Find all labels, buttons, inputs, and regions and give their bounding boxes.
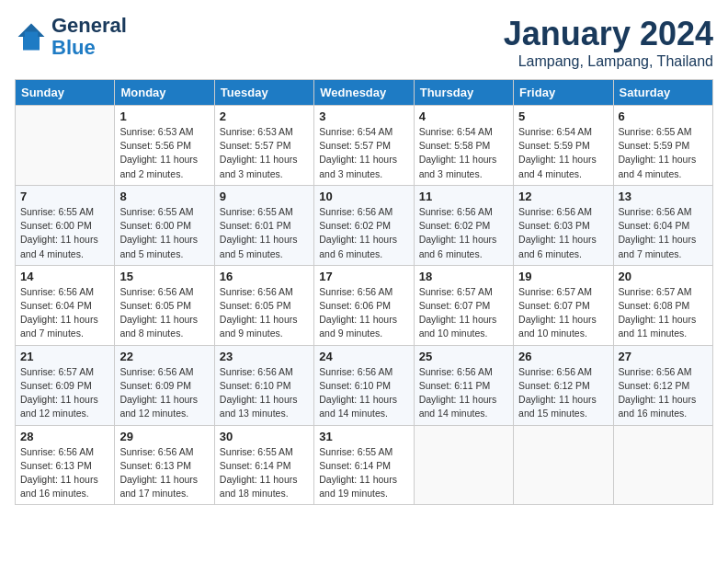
calendar-cell: 25Sunrise: 6:56 AMSunset: 6:11 PMDayligh… xyxy=(414,345,513,425)
calendar-cell xyxy=(16,106,115,186)
day-number: 31 xyxy=(319,430,408,443)
day-info: Sunrise: 6:56 AMSunset: 6:12 PMDaylight:… xyxy=(518,365,608,421)
day-number: 28 xyxy=(20,430,109,443)
day-number: 7 xyxy=(20,190,109,203)
calendar-cell: 14Sunrise: 6:56 AMSunset: 6:04 PMDayligh… xyxy=(16,265,115,345)
day-info: Sunrise: 6:56 AMSunset: 6:04 PMDaylight:… xyxy=(619,205,708,261)
day-info: Sunrise: 6:56 AMSunset: 6:10 PMDaylight:… xyxy=(319,365,408,421)
calendar-cell: 11Sunrise: 6:56 AMSunset: 6:02 PMDayligh… xyxy=(414,185,513,265)
calendar-table: SundayMondayTuesdayWednesdayThursdayFrid… xyxy=(15,79,713,505)
day-number: 21 xyxy=(20,350,109,363)
title-block: January 2024 Lampang, Lampang, Thailand xyxy=(504,15,713,70)
calendar-cell: 20Sunrise: 6:57 AMSunset: 6:08 PMDayligh… xyxy=(613,265,712,345)
calendar-cell xyxy=(514,425,613,505)
weekday-header-monday: Monday xyxy=(115,80,214,106)
day-number: 22 xyxy=(119,350,209,363)
day-info: Sunrise: 6:54 AMSunset: 5:58 PMDaylight:… xyxy=(419,125,508,181)
calendar-cell: 16Sunrise: 6:56 AMSunset: 6:05 PMDayligh… xyxy=(214,265,313,345)
day-number: 14 xyxy=(20,270,109,283)
calendar-cell: 27Sunrise: 6:56 AMSunset: 6:12 PMDayligh… xyxy=(613,345,712,425)
calendar-week-row: 28Sunrise: 6:56 AMSunset: 6:13 PMDayligh… xyxy=(16,425,713,505)
day-number: 4 xyxy=(419,109,508,123)
weekday-header-friday: Friday xyxy=(514,80,613,106)
calendar-week-row: 14Sunrise: 6:56 AMSunset: 6:04 PMDayligh… xyxy=(16,265,713,345)
calendar-cell: 21Sunrise: 6:57 AMSunset: 6:09 PMDayligh… xyxy=(16,345,115,425)
day-number: 15 xyxy=(119,270,209,283)
calendar-week-row: 1Sunrise: 6:53 AMSunset: 5:56 PMDaylight… xyxy=(16,106,713,186)
calendar-cell: 7Sunrise: 6:55 AMSunset: 6:00 PMDaylight… xyxy=(16,185,115,265)
calendar-cell: 13Sunrise: 6:56 AMSunset: 6:04 PMDayligh… xyxy=(613,185,712,265)
day-info: Sunrise: 6:56 AMSunset: 6:09 PMDaylight:… xyxy=(119,365,209,421)
calendar-cell: 8Sunrise: 6:55 AMSunset: 6:00 PMDaylight… xyxy=(115,185,214,265)
day-info: Sunrise: 6:56 AMSunset: 6:12 PMDaylight:… xyxy=(619,365,708,421)
day-number: 19 xyxy=(518,270,608,283)
calendar-cell: 5Sunrise: 6:54 AMSunset: 5:59 PMDaylight… xyxy=(514,106,613,186)
day-number: 13 xyxy=(619,190,708,203)
day-info: Sunrise: 6:56 AMSunset: 6:05 PMDaylight:… xyxy=(220,285,309,341)
day-info: Sunrise: 6:55 AMSunset: 6:14 PMDaylight:… xyxy=(220,445,309,501)
weekday-header-sunday: Sunday xyxy=(16,80,115,106)
page-header: General Blue January 2024 Lampang, Lampa… xyxy=(15,15,713,70)
day-info: Sunrise: 6:56 AMSunset: 6:13 PMDaylight:… xyxy=(119,445,209,501)
day-info: Sunrise: 6:57 AMSunset: 6:09 PMDaylight:… xyxy=(20,365,109,421)
location-title: Lampang, Lampang, Thailand xyxy=(504,53,713,70)
calendar-cell: 18Sunrise: 6:57 AMSunset: 6:07 PMDayligh… xyxy=(414,265,513,345)
calendar-cell: 19Sunrise: 6:57 AMSunset: 6:07 PMDayligh… xyxy=(514,265,613,345)
day-number: 3 xyxy=(319,109,408,123)
day-info: Sunrise: 6:55 AMSunset: 6:14 PMDaylight:… xyxy=(319,445,408,501)
calendar-cell: 15Sunrise: 6:56 AMSunset: 6:05 PMDayligh… xyxy=(115,265,214,345)
calendar-cell: 17Sunrise: 6:56 AMSunset: 6:06 PMDayligh… xyxy=(314,265,414,345)
logo-icon xyxy=(15,20,48,53)
day-info: Sunrise: 6:53 AMSunset: 5:56 PMDaylight:… xyxy=(119,125,209,181)
day-info: Sunrise: 6:55 AMSunset: 5:59 PMDaylight:… xyxy=(619,125,708,181)
calendar-cell: 26Sunrise: 6:56 AMSunset: 6:12 PMDayligh… xyxy=(514,345,613,425)
day-number: 2 xyxy=(220,109,309,123)
day-info: Sunrise: 6:56 AMSunset: 6:02 PMDaylight:… xyxy=(319,205,408,261)
day-info: Sunrise: 6:56 AMSunset: 6:06 PMDaylight:… xyxy=(319,285,408,341)
calendar-week-row: 7Sunrise: 6:55 AMSunset: 6:00 PMDaylight… xyxy=(16,185,713,265)
day-number: 26 xyxy=(518,350,608,363)
day-info: Sunrise: 6:56 AMSunset: 6:03 PMDaylight:… xyxy=(518,205,608,261)
calendar-cell: 9Sunrise: 6:55 AMSunset: 6:01 PMDaylight… xyxy=(214,185,313,265)
day-info: Sunrise: 6:56 AMSunset: 6:02 PMDaylight:… xyxy=(419,205,508,261)
day-number: 20 xyxy=(619,270,708,283)
calendar-cell xyxy=(613,425,712,505)
day-info: Sunrise: 6:53 AMSunset: 5:57 PMDaylight:… xyxy=(220,125,309,181)
day-info: Sunrise: 6:54 AMSunset: 5:57 PMDaylight:… xyxy=(319,125,408,181)
day-number: 18 xyxy=(419,270,508,283)
day-info: Sunrise: 6:56 AMSunset: 6:05 PMDaylight:… xyxy=(119,285,209,341)
weekday-header-row: SundayMondayTuesdayWednesdayThursdayFrid… xyxy=(16,80,713,106)
calendar-cell: 31Sunrise: 6:55 AMSunset: 6:14 PMDayligh… xyxy=(314,425,414,505)
calendar-cell: 23Sunrise: 6:56 AMSunset: 6:10 PMDayligh… xyxy=(214,345,313,425)
calendar-cell: 10Sunrise: 6:56 AMSunset: 6:02 PMDayligh… xyxy=(314,185,414,265)
calendar-cell: 22Sunrise: 6:56 AMSunset: 6:09 PMDayligh… xyxy=(115,345,214,425)
day-number: 30 xyxy=(220,430,309,443)
calendar-cell: 28Sunrise: 6:56 AMSunset: 6:13 PMDayligh… xyxy=(16,425,115,505)
calendar-cell: 2Sunrise: 6:53 AMSunset: 5:57 PMDaylight… xyxy=(214,106,313,186)
day-number: 11 xyxy=(419,190,508,203)
day-info: Sunrise: 6:55 AMSunset: 6:00 PMDaylight:… xyxy=(119,205,209,261)
month-title: January 2024 xyxy=(504,15,713,53)
calendar-cell: 1Sunrise: 6:53 AMSunset: 5:56 PMDaylight… xyxy=(115,106,214,186)
day-number: 23 xyxy=(220,350,309,363)
day-info: Sunrise: 6:56 AMSunset: 6:10 PMDaylight:… xyxy=(220,365,309,421)
day-number: 12 xyxy=(518,190,608,203)
day-number: 9 xyxy=(220,190,309,203)
weekday-header-thursday: Thursday xyxy=(414,80,513,106)
day-number: 5 xyxy=(518,109,608,123)
day-number: 6 xyxy=(619,109,708,123)
day-number: 17 xyxy=(319,270,408,283)
day-info: Sunrise: 6:55 AMSunset: 6:00 PMDaylight:… xyxy=(20,205,109,261)
logo: General Blue xyxy=(15,15,127,59)
day-info: Sunrise: 6:57 AMSunset: 6:07 PMDaylight:… xyxy=(518,285,608,341)
calendar-body: 1Sunrise: 6:53 AMSunset: 5:56 PMDaylight… xyxy=(16,106,713,505)
logo-text: General Blue xyxy=(51,15,127,59)
calendar-week-row: 21Sunrise: 6:57 AMSunset: 6:09 PMDayligh… xyxy=(16,345,713,425)
calendar-cell: 6Sunrise: 6:55 AMSunset: 5:59 PMDaylight… xyxy=(613,106,712,186)
calendar-cell: 3Sunrise: 6:54 AMSunset: 5:57 PMDaylight… xyxy=(314,106,414,186)
day-info: Sunrise: 6:55 AMSunset: 6:01 PMDaylight:… xyxy=(220,205,309,261)
day-number: 10 xyxy=(319,190,408,203)
day-info: Sunrise: 6:56 AMSunset: 6:11 PMDaylight:… xyxy=(419,365,508,421)
weekday-header-tuesday: Tuesday xyxy=(214,80,313,106)
calendar-cell: 30Sunrise: 6:55 AMSunset: 6:14 PMDayligh… xyxy=(214,425,313,505)
